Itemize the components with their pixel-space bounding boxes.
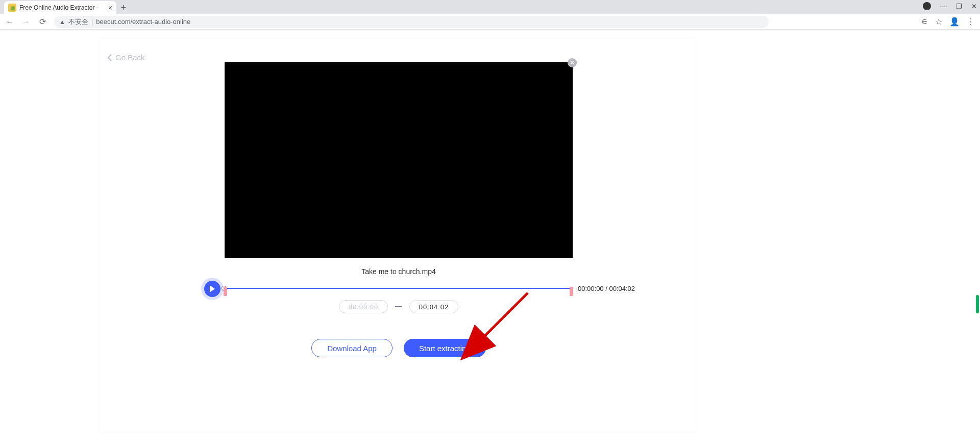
back-icon[interactable]: ← (5, 17, 14, 27)
tab-title: Free Online Audio Extractor - (19, 4, 105, 11)
video-preview[interactable] (225, 62, 573, 258)
toolbar-actions: ⚟ ☆ 👤 ⋮ (921, 17, 975, 27)
end-time-input[interactable]: 00:04:02 (409, 300, 458, 313)
translate-icon[interactable]: ⚟ (921, 17, 928, 27)
profile-icon[interactable]: 👤 (949, 17, 960, 27)
play-icon (209, 285, 215, 292)
tab-favicon: ▣ (8, 4, 16, 12)
reload-icon[interactable]: ⟳ (38, 17, 47, 27)
scrollbar-thumb[interactable] (976, 295, 979, 313)
current-time: 00:00:00 (578, 285, 604, 292)
time-range-inputs: 00:00:00 00:04:02 (100, 300, 697, 313)
play-button[interactable] (204, 281, 220, 297)
separator: | (91, 18, 93, 26)
start-extracting-button[interactable]: Start extracting (404, 339, 486, 357)
minimize-icon[interactable]: — (940, 3, 947, 10)
forward-icon[interactable]: → (21, 17, 31, 27)
close-video-button[interactable]: ✕ (568, 58, 577, 67)
window-controls: — ❐ ✕ (923, 2, 977, 10)
chevron-left-icon (107, 54, 112, 61)
address-bar[interactable]: ▲ 不安全 | beecut.com/extract-audio-online (54, 16, 769, 28)
url-text: beecut.com/extract-audio-online (96, 18, 190, 26)
bookmark-icon[interactable]: ☆ (935, 17, 942, 27)
browser-tab[interactable]: ▣ Free Online Audio Extractor - × (4, 1, 116, 14)
range-dash (395, 306, 402, 307)
toolbar: ← → ⟳ ▲ 不安全 | beecut.com/extract-audio-o… (0, 14, 980, 30)
page-body: Go Back ✕ Take me to church.mp4 00:00:00… (0, 30, 980, 444)
download-app-button[interactable]: Download App (311, 339, 393, 357)
go-back-link[interactable]: Go Back (107, 53, 145, 62)
close-window-icon[interactable]: ✕ (971, 3, 977, 10)
action-buttons: Download App Start extracting (100, 339, 697, 357)
start-time-input[interactable]: 00:00:00 (339, 300, 388, 313)
trim-handle-end[interactable] (570, 287, 573, 296)
tab-strip: ▣ Free Online Audio Extractor - × + — ❐ … (0, 0, 980, 14)
go-back-label: Go Back (115, 53, 145, 62)
time-readout: 00:00:00 / 00:04:02 (578, 285, 635, 292)
video-filename: Take me to church.mp4 (100, 267, 697, 276)
not-secure-icon: ▲ (59, 18, 65, 26)
maximize-icon[interactable]: ❐ (956, 3, 962, 10)
trim-handle-start[interactable] (224, 287, 227, 296)
progress-track[interactable] (223, 288, 572, 289)
total-time: 00:04:02 (609, 285, 635, 292)
timeline: 00:00:00 / 00:04:02 (100, 280, 697, 298)
menu-icon[interactable]: ⋮ (967, 17, 975, 27)
main-card: Go Back ✕ Take me to church.mp4 00:00:00… (100, 39, 697, 432)
close-icon: ✕ (570, 59, 575, 66)
security-label: 不安全 (68, 17, 88, 27)
tab-close-icon[interactable]: × (108, 4, 112, 12)
new-tab-button[interactable]: + (116, 1, 131, 14)
extension-icon[interactable] (923, 2, 931, 10)
video-container: ✕ (225, 62, 573, 258)
